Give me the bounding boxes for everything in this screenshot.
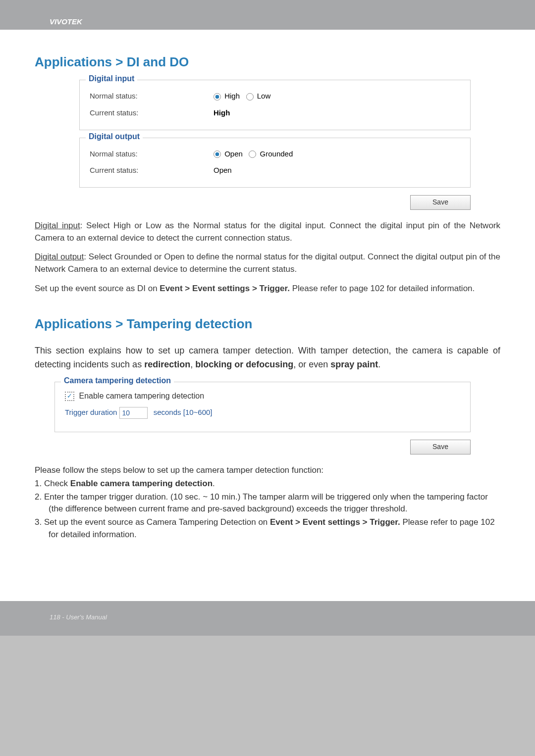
radio-high-icon[interactable] xyxy=(214,93,221,101)
do-underline: Digital output xyxy=(35,252,84,261)
digital-output-fieldset: Digital output Normal status: Open Groun… xyxy=(79,138,471,188)
step3-pre: 3. Set up the event source as Camera Tam… xyxy=(35,517,270,527)
trigger-duration-input[interactable]: 10 xyxy=(119,407,148,419)
section-title-dido: Applications > DI and DO xyxy=(35,54,500,70)
step-2: 2. Enter the tamper trigger duration. (1… xyxy=(35,491,500,515)
step1-post: . xyxy=(213,479,215,488)
do-current-status-label: Current status: xyxy=(90,166,214,174)
enable-tampering-label: Enable camera tampering detection xyxy=(79,392,204,400)
step1-pre: 1. Check xyxy=(35,479,70,488)
radio-low-label: Low xyxy=(257,92,271,100)
enable-tampering-checkbox[interactable]: ✓ xyxy=(65,392,74,401)
digital-input-legend: Digital input xyxy=(86,74,137,83)
do-normal-status-label: Normal status: xyxy=(90,150,214,158)
step3-bold: Event > Event settings > Trigger. xyxy=(270,517,400,527)
page-header: VIVOTEK xyxy=(0,0,535,30)
page-footer: 118 - User's Manual xyxy=(0,601,535,636)
steps-lead: Please follow the steps below to set up … xyxy=(35,464,500,477)
digital-input-paragraph: Digital input: Select High or Low as the… xyxy=(35,220,500,244)
radio-low-icon[interactable] xyxy=(246,93,254,101)
intro-e: , or even xyxy=(293,359,330,369)
save-button-tamper[interactable]: Save xyxy=(410,440,471,454)
tamper-intro: This section explains how to set up came… xyxy=(35,344,500,372)
save-button[interactable]: Save xyxy=(410,195,471,210)
radio-high-label: High xyxy=(224,92,240,100)
digital-output-legend: Digital output xyxy=(86,132,143,141)
intro-g: . xyxy=(378,359,380,369)
radio-grounded-label: Grounded xyxy=(260,150,293,158)
step-1: 1. Check Enable camera tampering detecti… xyxy=(35,478,500,490)
di-current-status-label: Current status: xyxy=(90,108,214,117)
step-3: 3. Set up the event source as Camera Tam… xyxy=(35,516,500,541)
trigger-duration-label: Trigger duration xyxy=(65,408,117,416)
di-underline: Digital input xyxy=(35,221,80,230)
trigger-duration-suffix: seconds [10~600] xyxy=(154,408,213,416)
event-setup-paragraph: Set up the event source as DI on Event >… xyxy=(35,283,500,295)
steps-block: Please follow the steps below to set up … xyxy=(35,464,500,541)
do-para-text: : Select Grounded or Open to define the … xyxy=(35,252,500,274)
camera-tampering-fieldset: Camera tampering detection ✓ Enable came… xyxy=(54,382,471,432)
radio-open-label: Open xyxy=(224,150,243,158)
intro-b: redirection xyxy=(144,359,190,369)
intro-c: , xyxy=(190,359,195,369)
di-current-status-value: High xyxy=(214,108,230,117)
step1-bold: Enable camera tampering detection xyxy=(70,479,213,488)
intro-d: blocking or defocusing xyxy=(195,359,293,369)
brand-text: VIVOTEK xyxy=(50,17,82,26)
event-text-b: Event > Event settings > Trigger. xyxy=(160,284,290,293)
event-text-c: Please refer to page 102 for detailed in… xyxy=(290,284,475,293)
radio-grounded-icon[interactable] xyxy=(249,151,256,158)
digital-input-fieldset: Digital input Normal status: High Low Cu… xyxy=(79,80,471,130)
radio-open-icon[interactable] xyxy=(214,151,221,158)
di-para-text: : Select High or Low as the Normal statu… xyxy=(35,221,500,243)
do-current-status-value: Open xyxy=(214,166,232,174)
event-text-a: Set up the event source as DI on xyxy=(35,284,160,293)
section-title-tamper: Applications > Tampering detection xyxy=(35,316,500,332)
di-normal-status-label: Normal status: xyxy=(90,92,214,100)
digital-output-paragraph: Digital output: Select Grounded or Open … xyxy=(35,251,500,275)
intro-f: spray paint xyxy=(330,359,378,369)
footer-text: 118 - User's Manual xyxy=(50,613,107,621)
camera-tampering-legend: Camera tampering detection xyxy=(61,376,174,385)
